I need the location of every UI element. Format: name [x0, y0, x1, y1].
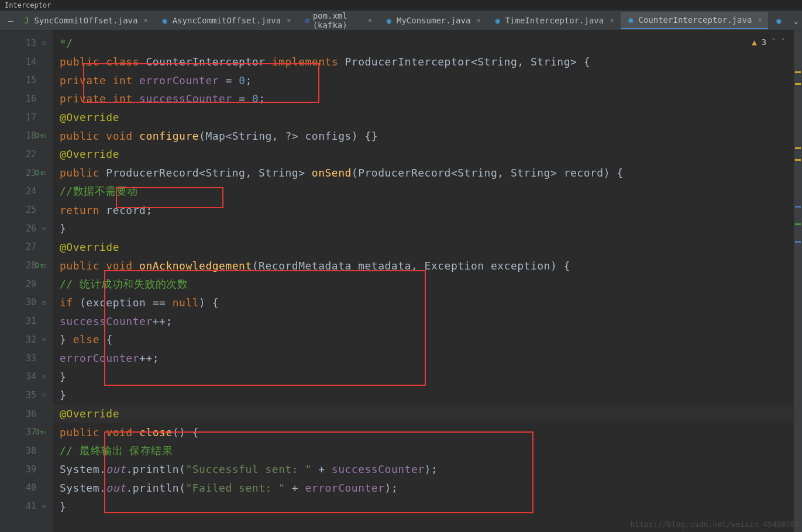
line-number: 14 — [26, 57, 36, 67]
fold-icon[interactable]: ⊟ — [37, 429, 50, 436]
code-text: */ — [60, 37, 73, 49]
tab-label: SyncCommitOffset.java — [34, 16, 137, 25]
line-number: 24 — [26, 186, 36, 196]
class-file-icon: ◉ — [775, 16, 783, 25]
fold-icon[interactable]: ⊖ — [37, 336, 50, 343]
tab-counter-interceptor[interactable]: ◉ CounterInterceptor.java × — [621, 12, 767, 29]
fold-icon[interactable]: ⊟ — [37, 39, 50, 47]
line-number: 31 — [26, 316, 36, 326]
line-number: 26 — [26, 223, 36, 234]
fold-icon[interactable]: ⊞ — [37, 132, 50, 140]
fold-icon[interactable]: ⊖ — [37, 391, 50, 399]
line-number: 36 — [26, 409, 36, 419]
tab-async-commit[interactable]: ◉ AsyncCommitOffset.java × — [155, 12, 297, 29]
tab-label: AsyncCommitOffset.java — [173, 16, 281, 25]
line-number: 33 — [26, 353, 36, 364]
inspection-summary[interactable]: ▲ 3 ˆ ˇ — [752, 37, 786, 47]
line-number: 27 — [26, 241, 36, 252]
tab-pom[interactable]: m pom.xml (kafka) × — [298, 12, 378, 29]
fold-icon[interactable]: ⊟ — [37, 299, 50, 306]
line-number: 22 — [26, 149, 36, 160]
line-number: 13 — [26, 38, 36, 49]
line-number: 29 — [26, 279, 36, 289]
tab-label: pom.xml (kafka) — [313, 11, 362, 30]
tab-label: MyConsumer.java — [397, 16, 470, 25]
line-number: 41 — [26, 501, 36, 512]
java-file-icon: J — [22, 16, 30, 25]
fold-icon[interactable]: ⊖ — [37, 503, 50, 510]
line-number: 32 — [26, 334, 36, 345]
line-number: 17 — [26, 112, 36, 123]
close-icon[interactable]: × — [476, 16, 480, 25]
window-title: Interceptor — [5, 1, 51, 9]
close-icon[interactable]: × — [287, 16, 291, 25]
line-number: 38 — [26, 445, 36, 456]
class-file-icon: ◉ — [385, 16, 393, 25]
close-icon[interactable]: × — [143, 16, 147, 25]
tab-overflow-dropdown-icon[interactable]: ⌄ — [790, 16, 802, 25]
class-file-icon: ◉ — [161, 16, 169, 25]
code-area[interactable]: */ public class CounterInterceptor imple… — [53, 30, 802, 532]
tab-label: TimeInterceptor.java — [505, 16, 604, 25]
gutter[interactable]: 13⊟ 14 15 16 17 O↑18⊞ 22 O↑23⊟ 24 25 26⊖… — [0, 30, 53, 532]
tab-extra[interactable]: ◉ — [769, 12, 789, 29]
line-number: 34 — [26, 371, 36, 382]
line-number: 30 — [26, 297, 36, 308]
tab-bar: — J SyncCommitOffset.java × ◉ AsyncCommi… — [0, 11, 802, 30]
prev-highlight-icon[interactable]: ˆ — [771, 37, 776, 47]
line-number: 40 — [26, 482, 36, 493]
window-titlebar: Interceptor — [0, 0, 802, 11]
tab-time-interceptor[interactable]: ◉ TimeInterceptor.java × — [488, 12, 620, 29]
error-stripe[interactable] — [794, 30, 802, 532]
warning-count: 3 — [762, 37, 766, 47]
line-number: 39 — [26, 464, 36, 475]
tab-my-consumer[interactable]: ◉ MyConsumer.java × — [379, 12, 487, 29]
maven-file-icon: m — [304, 16, 309, 25]
class-file-icon: ◉ — [627, 16, 635, 24]
next-highlight-icon[interactable]: ˇ — [781, 37, 786, 47]
line-number: 25 — [26, 205, 36, 215]
class-file-icon: ◉ — [494, 16, 502, 25]
fold-icon[interactable]: ⊖ — [37, 224, 50, 232]
warning-icon: ▲ — [752, 37, 756, 47]
line-number: 15 — [26, 75, 36, 85]
fold-icon[interactable]: ⊟ — [37, 169, 50, 177]
line-number: 16 — [26, 94, 36, 104]
fold-icon[interactable]: ⊖ — [37, 373, 50, 381]
close-icon[interactable]: × — [368, 16, 372, 25]
close-icon[interactable]: × — [758, 16, 762, 24]
line-number: 35 — [26, 390, 36, 400]
watermark-text: https://blog.csdn.net/weixin_45480785 — [630, 520, 800, 528]
tab-sync-commit[interactable]: J SyncCommitOffset.java × — [16, 12, 153, 29]
editor-area: 13⊟ 14 15 16 17 O↑18⊞ 22 O↑23⊟ 24 25 26⊖… — [0, 30, 802, 532]
fold-icon[interactable]: ⊟ — [37, 262, 50, 270]
close-icon[interactable]: × — [610, 16, 614, 25]
tab-label: CounterInterceptor.java — [638, 15, 752, 25]
tab-overflow-left-icon[interactable]: — — [5, 16, 16, 25]
